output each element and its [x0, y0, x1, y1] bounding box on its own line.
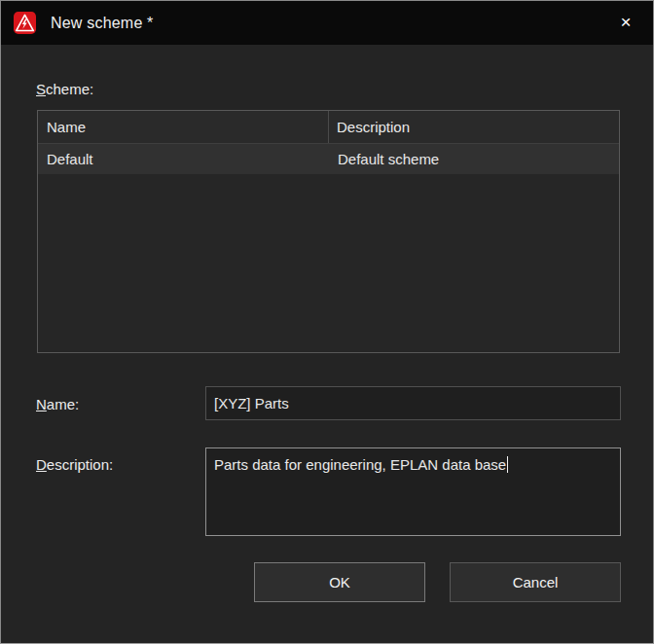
description-textarea[interactable]: Parts data for engineering, EPLAN data b…	[205, 447, 621, 536]
table-row[interactable]: Default Default scheme	[38, 144, 619, 174]
eplan-logo-icon	[14, 12, 36, 34]
cell-scheme-name: Default	[38, 144, 330, 174]
cancel-button[interactable]: Cancel	[450, 562, 621, 602]
name-input[interactable]	[205, 386, 621, 420]
name-label: Name:	[36, 394, 79, 414]
close-icon: ×	[620, 13, 631, 31]
scheme-label: Scheme:	[36, 79, 93, 99]
text-cursor	[507, 456, 508, 473]
cell-scheme-description: Default scheme	[330, 144, 619, 174]
description-label: Description:	[36, 454, 113, 475]
description-text: Parts data for engineering, EPLAN data b…	[214, 456, 506, 473]
column-header-description: Description	[329, 111, 619, 143]
ok-button[interactable]: OK	[254, 562, 425, 602]
scheme-table: Name Description Default Default scheme	[37, 110, 620, 353]
scheme-table-header: Name Description	[38, 111, 619, 144]
new-scheme-dialog: New scheme * × Scheme: Name Description …	[0, 0, 654, 644]
titlebar: New scheme * ×	[1, 1, 653, 45]
close-button[interactable]: ×	[606, 5, 645, 38]
window-title: New scheme *	[51, 15, 154, 32]
column-header-name: Name	[38, 111, 329, 143]
